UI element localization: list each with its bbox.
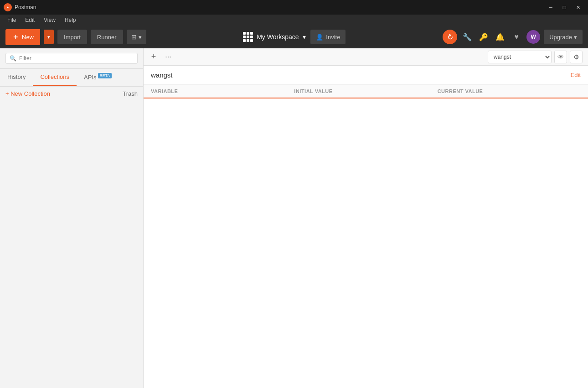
interceptor-arrow: ▾ xyxy=(139,34,142,41)
env-edit-button[interactable]: Edit xyxy=(571,72,581,78)
col-variable: VARIABLE xyxy=(151,88,294,94)
avatar-initials: W xyxy=(531,34,536,40)
sync-icon: ↻ xyxy=(445,32,455,42)
main-layout: 🔍 History Collections APIsBETA + New Col… xyxy=(0,48,588,388)
new-button-label: New xyxy=(22,34,34,41)
filter-input[interactable] xyxy=(19,55,134,62)
new-collection-button[interactable]: + New Collection xyxy=(5,90,50,97)
tab-apis[interactable]: APIsBETA xyxy=(77,69,119,86)
tab-collections[interactable]: Collections xyxy=(33,69,77,86)
workspace-grid-icon xyxy=(243,32,253,42)
env-header: wangst Edit xyxy=(144,66,588,85)
new-plus-icon: ＋ xyxy=(12,32,19,42)
eye-icon: 👁 xyxy=(557,53,564,61)
beta-badge: BETA xyxy=(98,73,112,78)
gear-icon: ⚙ xyxy=(573,53,579,61)
invite-button[interactable]: 👤 Invite xyxy=(310,30,346,44)
bell-icon-button[interactable]: 🔔 xyxy=(494,31,506,43)
environment-select[interactable]: wangst No Environment xyxy=(488,51,552,63)
search-input-wrap: 🔍 xyxy=(5,53,138,64)
content-area: + ··· wangst No Environment 👁 ⚙ xyxy=(144,48,588,388)
interceptor-button[interactable]: ⊞ ▾ xyxy=(127,30,146,44)
sync-button[interactable]: ↻ xyxy=(443,30,457,44)
sidebar-tabs: History Collections APIsBETA xyxy=(0,69,143,87)
upgrade-label: Upgrade xyxy=(549,34,572,41)
workspace-switcher[interactable]: My Workspace ▾ xyxy=(243,32,305,42)
search-icon: 🔍 xyxy=(10,55,16,62)
workspace-name: My Workspace xyxy=(257,33,299,41)
col-current-value: CURRENT VALUE xyxy=(438,88,581,94)
wrench-icon-button[interactable]: 🔧 xyxy=(461,31,474,43)
interceptor-icon: ⊞ xyxy=(131,33,137,41)
sidebar-search-area: 🔍 xyxy=(0,48,143,69)
env-gear-button[interactable]: ⚙ xyxy=(570,51,583,63)
tab-history[interactable]: History xyxy=(0,69,33,86)
heart-icon-button[interactable]: ♥ xyxy=(510,31,523,43)
sidebar-actions: + New Collection Trash xyxy=(0,87,143,101)
env-table-header: VARIABLE INITIAL VALUE CURRENT VALUE xyxy=(144,85,588,98)
window-controls: ─ □ ✕ xyxy=(544,2,584,12)
workspace-dropdown-icon: ▾ xyxy=(303,33,306,41)
add-tab-icon: + xyxy=(151,52,156,62)
satellite-icon-button[interactable]: 🔑 xyxy=(477,31,490,43)
user-avatar-button[interactable]: W xyxy=(526,30,540,44)
maximize-button[interactable]: □ xyxy=(558,2,571,12)
menu-help[interactable]: Help xyxy=(61,16,80,24)
more-tabs-icon: ··· xyxy=(165,53,171,61)
toolbar: ＋ New ▾ Import Runner ⊞ ▾ My Workspace ▾… xyxy=(0,26,588,48)
trash-button[interactable]: Trash xyxy=(123,90,138,97)
menu-edit[interactable]: Edit xyxy=(21,16,38,24)
menu-file[interactable]: File xyxy=(4,16,20,24)
environment-panel: wangst Edit VARIABLE INITIAL VALUE CURRE… xyxy=(144,66,588,388)
upgrade-arrow-icon: ▾ xyxy=(574,34,577,41)
env-name-label: wangst xyxy=(151,71,173,79)
toolbar-center: My Workspace ▾ 👤 Invite xyxy=(150,30,439,44)
title-bar: Postman ─ □ ✕ xyxy=(0,0,588,15)
new-button[interactable]: ＋ New xyxy=(5,29,40,45)
toolbar-right: ↻ 🔧 🔑 🔔 ♥ W Upgrade ▾ xyxy=(443,30,583,44)
upgrade-button[interactable]: Upgrade ▾ xyxy=(544,30,583,44)
app-title: Postman xyxy=(15,4,36,10)
title-bar-left: Postman xyxy=(4,3,36,11)
col-initial-value: INITIAL VALUE xyxy=(294,88,437,94)
env-selector-area: wangst No Environment 👁 ⚙ xyxy=(488,51,584,63)
runner-button[interactable]: Runner xyxy=(91,30,123,44)
add-tab-button[interactable]: + xyxy=(147,51,160,63)
invite-icon: 👤 xyxy=(316,34,323,41)
sidebar: 🔍 History Collections APIsBETA + New Col… xyxy=(0,48,144,388)
menu-bar: File Edit View Help xyxy=(0,15,588,26)
invite-label: Invite xyxy=(326,34,340,41)
content-tab-bar: + ··· wangst No Environment 👁 ⚙ xyxy=(144,48,588,66)
minimize-button[interactable]: ─ xyxy=(544,2,557,12)
postman-logo-icon xyxy=(4,3,12,11)
env-eye-button[interactable]: 👁 xyxy=(554,51,567,63)
import-button[interactable]: Import xyxy=(57,30,87,44)
close-button[interactable]: ✕ xyxy=(572,2,584,12)
menu-view[interactable]: View xyxy=(40,16,59,24)
more-tabs-button[interactable]: ··· xyxy=(162,51,175,63)
new-button-arrow[interactable]: ▾ xyxy=(44,30,54,44)
tab-controls: + ··· xyxy=(147,51,175,63)
